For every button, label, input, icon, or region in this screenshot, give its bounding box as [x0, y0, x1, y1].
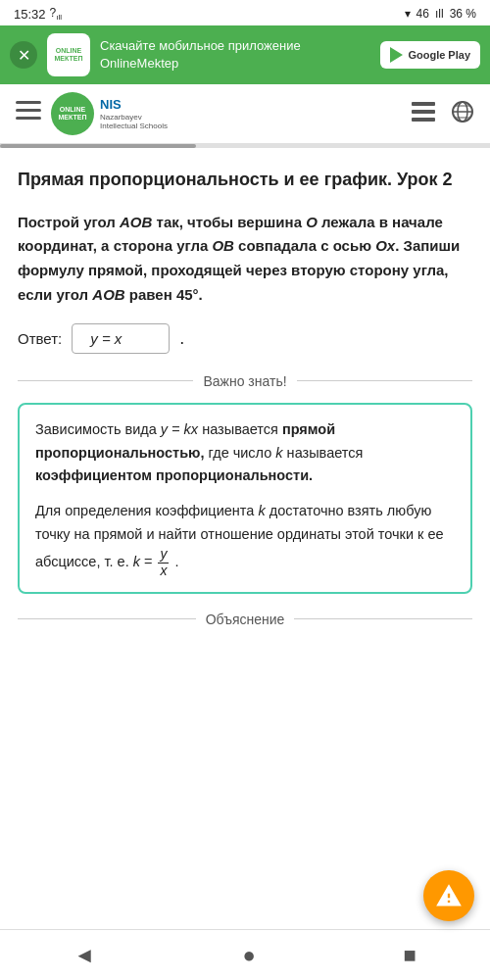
online-mektep-logo: ONLINE МЕКТЕП: [51, 92, 94, 135]
status-signal-icon: ?ıll: [50, 6, 62, 22]
scroll-progress-bar: [0, 144, 490, 148]
important-divider: Важно знать!: [18, 373, 472, 389]
banner-description: Скачайте мобильное приложение OnlineMekt…: [100, 37, 370, 73]
warning-fab-button[interactable]: [423, 870, 474, 921]
answer-row: Ответ: y = x .: [18, 323, 472, 354]
explanation-divider-left: [18, 618, 196, 619]
divider-line-left: [18, 380, 193, 381]
vertex-o: O: [306, 214, 318, 230]
answer-value: y = x: [90, 330, 122, 347]
status-bar: 15:32 ?ıll ▾ 46 ıll 36 %: [0, 0, 490, 25]
recent-icon: ■: [403, 943, 416, 967]
fraction-y-over-x: y x: [158, 547, 169, 578]
globe-icon[interactable]: [451, 100, 474, 128]
k-equals: k: [133, 554, 140, 569]
home-button[interactable]: ●: [220, 935, 279, 976]
explanation-label: Объяснение: [206, 612, 285, 627]
term-koeff: коэффициентом пропорциональности.: [35, 467, 313, 483]
answer-input-box[interactable]: y = x: [72, 323, 170, 354]
fraction-denominator: x: [158, 564, 169, 578]
play-icon: [390, 47, 403, 63]
wifi-icon: ▾: [405, 7, 411, 21]
explanation-divider-right: [294, 618, 472, 619]
svg-rect-1: [16, 109, 41, 112]
banner-close-button[interactable]: ✕: [10, 41, 37, 69]
close-icon: ✕: [18, 46, 30, 65]
angle-aob-2: AOB: [92, 286, 124, 303]
answer-label: Ответ:: [18, 330, 62, 347]
page-title: Прямая пропорциональность и ее график. У…: [18, 168, 472, 192]
info-box: Зависимость вида y = kx называется прямо…: [18, 403, 472, 594]
axis-ox: Ox: [375, 237, 395, 254]
side-ob: OB: [212, 237, 234, 254]
info-para-1: Зависимость вида y = kx называется прямо…: [35, 418, 455, 489]
main-content: Прямая пропорциональность и ее график. У…: [0, 158, 490, 647]
warning-icon: [435, 882, 463, 909]
svg-rect-4: [412, 110, 435, 114]
network-type: 46: [416, 7, 429, 21]
explanation-divider: Объяснение: [18, 612, 472, 627]
divider-line-right: [297, 380, 472, 381]
promo-banner: ✕ ONLINE МЕКТЕП Скачайте мобильное прило…: [0, 25, 490, 84]
angle-aob: AOB: [120, 214, 152, 230]
answer-period: .: [179, 328, 184, 349]
task-description: Построй угол AOB так, чтобы вершина O ле…: [18, 211, 472, 308]
coeff-k-2: k: [258, 503, 265, 518]
bottom-navigation: ◄ ● ■: [0, 929, 490, 980]
scroll-thumb: [0, 144, 196, 148]
status-time: 15:32: [14, 7, 46, 22]
list-view-icon[interactable]: [412, 102, 435, 126]
coeff-k: k: [275, 445, 282, 461]
google-play-button[interactable]: Google Play: [380, 41, 480, 69]
hamburger-menu-icon[interactable]: [16, 101, 41, 126]
back-icon: ◄: [74, 943, 95, 967]
svg-rect-5: [412, 118, 435, 122]
google-play-label: Google Play: [408, 49, 470, 61]
banner-logo-text: ONLINE МЕКТЕП: [55, 47, 83, 64]
status-left: 15:32 ?ıll: [14, 6, 62, 22]
svg-rect-0: [16, 101, 41, 104]
nav-logos: ONLINE МЕКТЕП NIS Nazarbayev Intellectua…: [51, 92, 402, 135]
nis-logo: NIS Nazarbayev Intellectual Schools: [100, 97, 178, 131]
nis-label: NIS: [100, 97, 122, 113]
svg-rect-2: [16, 117, 41, 120]
back-button[interactable]: ◄: [50, 935, 119, 976]
signal-bars: ıll: [435, 7, 444, 21]
task-text-bold: Построй угол AOB так, чтобы вершина O ле…: [18, 214, 460, 303]
nis-subtext: Nazarbayev Intellectual Schools: [100, 113, 178, 131]
nav-bar: ONLINE МЕКТЕП NIS Nazarbayev Intellectua…: [0, 84, 490, 144]
battery-level: 36 %: [450, 7, 476, 21]
home-icon: ●: [243, 943, 256, 967]
banner-text-content: Скачайте мобильное приложение OnlineMekt…: [100, 38, 301, 71]
info-para-2: Для определения коэффициента k достаточн…: [35, 500, 455, 578]
banner-logo: ONLINE МЕКТЕП: [47, 33, 90, 76]
fraction-numerator: y: [158, 547, 169, 563]
status-right: ▾ 46 ıll 36 %: [405, 7, 476, 21]
formula-ykx: y = kx: [161, 421, 198, 437]
recent-apps-button[interactable]: ■: [379, 935, 439, 976]
svg-rect-3: [412, 102, 435, 106]
important-label: Важно знать!: [203, 373, 286, 389]
nav-right-icons: [412, 100, 474, 128]
